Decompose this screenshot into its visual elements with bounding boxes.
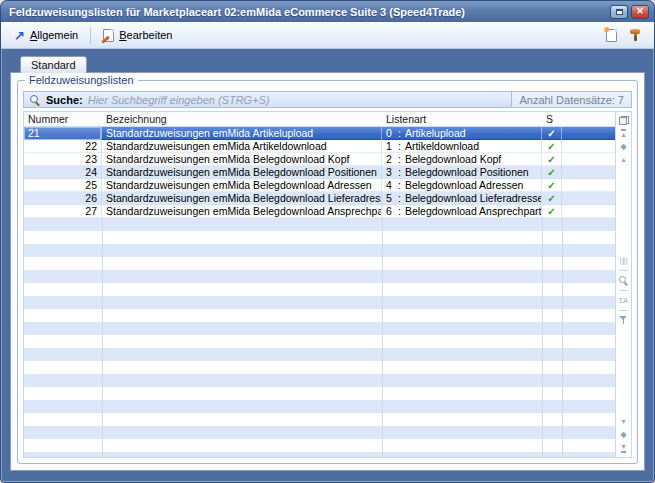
cell-nummer: 26	[24, 192, 102, 205]
search-bar: Suche: Hier Suchbegriff eingeben (STRG+S…	[23, 91, 632, 108]
column-header-s[interactable]: S	[542, 113, 562, 125]
column-gridline	[102, 218, 103, 457]
copy-pages-button[interactable]	[617, 114, 631, 127]
page-up-button[interactable]: ◆	[617, 140, 631, 153]
navigator-separator	[619, 290, 628, 291]
cell-bezeichnung: Standardzuweisungen emMida Belegdownload…	[102, 205, 382, 218]
titlebar[interactable]: Feldzuweisungslisten für Marketplaceart …	[1, 1, 654, 22]
cell-status: ✓	[542, 140, 562, 153]
cell-nummer: 22	[24, 140, 102, 153]
toolbar-allgemein-button[interactable]: ↗Allgemein	[8, 26, 84, 45]
grid-rows: 21Standardzuweisungen emMida Artikeluplo…	[24, 127, 615, 457]
grid-main: NummerBezeichnungListenartS 21Standardzu…	[24, 112, 615, 457]
window-title: Feldzuweisungslisten für Marketplaceart …	[9, 6, 607, 18]
search-icon	[619, 276, 629, 286]
best-fit-icon: (∥)	[619, 257, 627, 265]
cell-listenart: 1:Artikeldownload	[382, 140, 542, 153]
page-down-button[interactable]: ◆	[617, 428, 631, 441]
listenart-number: 3	[386, 166, 398, 179]
close-button[interactable]: ✕	[631, 5, 649, 19]
hammer-button[interactable]	[623, 25, 647, 46]
collapse-to-bottom-button[interactable]: ▾	[617, 441, 631, 454]
row-down-icon: ▾	[621, 418, 625, 426]
maximize-icon	[616, 9, 623, 15]
best-fit-button[interactable]: (∥)	[617, 254, 631, 267]
toolbar-separator	[90, 27, 91, 44]
listenart-colon: :	[398, 153, 401, 166]
sum-button[interactable]: ΣA	[617, 294, 631, 307]
new-page-icon	[606, 29, 617, 42]
column-header-bezeichnung[interactable]: Bezeichnung	[102, 113, 382, 125]
client-area: Standard Feldzuweisungslisten Suche: Hie…	[1, 49, 654, 482]
column-gridline	[542, 218, 543, 457]
cell-extra	[562, 166, 615, 179]
table-row[interactable]: 22Standardzuweisungen emMida Artikeldown…	[24, 140, 615, 153]
listenart-label: Belegdownload Kopf	[405, 153, 501, 166]
cell-listenart: 4:Belegdownload Adressen	[382, 179, 542, 192]
listenart-number: 5	[386, 192, 398, 205]
arrow-up-right-icon: ↗	[14, 29, 25, 42]
search-button[interactable]	[617, 274, 631, 287]
table-row[interactable]: 24Standardzuweisungen emMida Belegdownlo…	[24, 166, 615, 179]
column-header-listenart[interactable]: Listenart	[382, 113, 542, 125]
toolbar-left: ↗AllgemeinBearbeiten	[8, 26, 178, 45]
listenart-number: 6	[386, 205, 398, 218]
listenart-number: 2	[386, 153, 398, 166]
toolbar: ↗AllgemeinBearbeiten	[1, 22, 654, 49]
cell-extra	[562, 140, 615, 153]
grid-navigator: ▴◆▴(∥)ΣA▾◆▾	[615, 112, 631, 457]
new-page-button[interactable]	[599, 25, 623, 46]
cell-status: ✓	[542, 166, 562, 179]
cell-extra	[562, 127, 615, 140]
cell-nummer: 27	[24, 205, 102, 218]
toolbar-button-label: Allgemein	[30, 29, 78, 41]
record-count: Anzahl Datensätze: 7	[511, 92, 631, 107]
table-row[interactable]: 23Standardzuweisungen emMida Belegdownlo…	[24, 153, 615, 166]
cell-bezeichnung: Standardzuweisungen emMida Artikelupload	[102, 127, 382, 140]
cell-nummer: 21	[24, 127, 102, 140]
cell-status: ✓	[542, 192, 562, 205]
collapse-to-bottom-icon: ▾	[621, 443, 625, 453]
cell-bezeichnung: Standardzuweisungen emMida Belegdownload…	[102, 166, 382, 179]
search-input[interactable]: Hier Suchbegriff eingeben (STRG+S)	[88, 94, 507, 106]
cell-nummer: 23	[24, 153, 102, 166]
row-down-button[interactable]: ▾	[617, 415, 631, 428]
column-gridline	[382, 218, 383, 457]
listenart-colon: :	[398, 140, 401, 153]
collapse-to-top-button[interactable]: ▴	[617, 127, 631, 140]
sum-icon: ΣA	[619, 297, 628, 305]
toolbar-button-label: Bearbeiten	[119, 29, 172, 41]
hammer-icon	[629, 28, 642, 42]
column-header-nummer[interactable]: Nummer	[24, 113, 102, 125]
cell-extra	[562, 179, 615, 192]
column-gridline	[562, 218, 563, 457]
table-row[interactable]: 26Standardzuweisungen emMida Belegdownlo…	[24, 192, 615, 205]
groupbox-label: Feldzuweisungslisten	[25, 74, 138, 86]
cell-status: ✓	[542, 205, 562, 218]
cell-nummer: 24	[24, 166, 102, 179]
listenart-number: 1	[386, 140, 398, 153]
listenart-label: Belegdownload Adressen	[405, 179, 524, 192]
cell-listenart: 0:Artikelupload	[382, 127, 542, 140]
filter-icon	[619, 316, 628, 325]
row-up-button[interactable]: ▴	[617, 153, 631, 166]
cell-extra	[562, 205, 615, 218]
tab-standard[interactable]: Standard	[20, 56, 87, 73]
table-row[interactable]: 21Standardzuweisungen emMida Artikeluplo…	[24, 127, 615, 140]
listenart-colon: :	[398, 166, 401, 179]
filter-button[interactable]	[617, 314, 631, 327]
listenart-label: Artikelupload	[405, 127, 466, 140]
cell-status: ✓	[542, 153, 562, 166]
maximize-button[interactable]	[610, 5, 628, 19]
table-row[interactable]: 25Standardzuweisungen emMida Belegdownlo…	[24, 179, 615, 192]
search-magnifier-icon	[29, 94, 41, 106]
checkmark-icon: ✓	[547, 167, 555, 178]
grid-empty-area	[24, 218, 615, 457]
cell-extra	[562, 153, 615, 166]
search-label: Suche:	[46, 94, 83, 106]
cell-listenart: 2:Belegdownload Kopf	[382, 153, 542, 166]
cell-status: ✓	[542, 127, 562, 140]
listenart-colon: :	[398, 179, 401, 192]
table-row[interactable]: 27Standardzuweisungen emMida Belegdownlo…	[24, 205, 615, 218]
toolbar-bearbeiten-button[interactable]: Bearbeiten	[97, 26, 178, 45]
